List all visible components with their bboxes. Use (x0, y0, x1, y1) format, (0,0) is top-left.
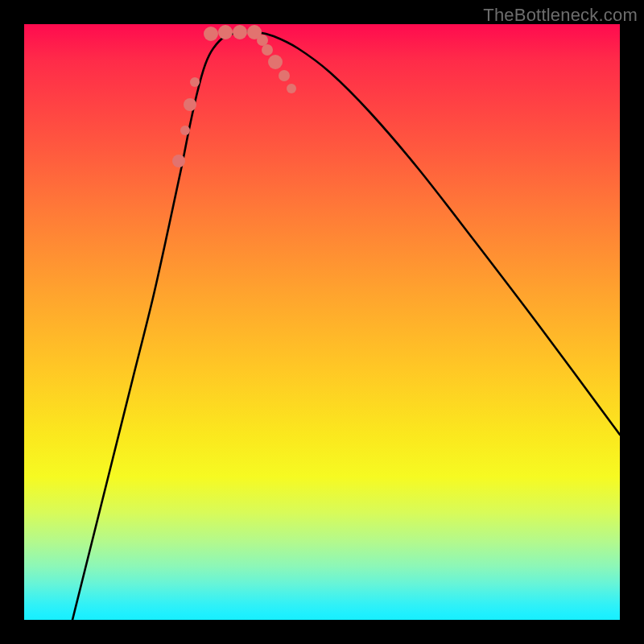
curve-dot (279, 70, 290, 81)
watermark-text: TheBottleneck.com (483, 5, 638, 26)
bottleneck-curve (72, 31, 620, 620)
curve-dot (184, 98, 196, 111)
chart-svg (24, 24, 620, 620)
curve-dot (204, 27, 218, 41)
curve-dot (262, 44, 273, 56)
chart-frame: TheBottleneck.com (0, 0, 644, 644)
curve-dot (190, 77, 200, 87)
curve-dot (233, 25, 247, 39)
curve-markers (172, 25, 296, 167)
curve-dot (287, 84, 296, 93)
curve-dot (180, 126, 190, 135)
curve-dot (172, 155, 185, 167)
curve-dot (257, 35, 268, 46)
curve-dot (218, 25, 233, 39)
curve-dot (268, 55, 283, 69)
plot-area (24, 24, 620, 620)
